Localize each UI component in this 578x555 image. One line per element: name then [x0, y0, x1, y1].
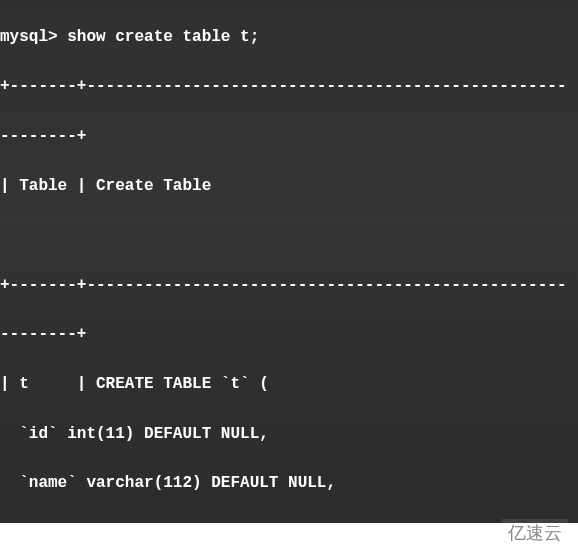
column-def-line: `id` int(11) DEFAULT NULL,	[0, 422, 578, 447]
separator-line: +-------+-------------------------------…	[0, 273, 578, 298]
terminal-output: mysql> show create table t; +-------+---…	[0, 0, 578, 555]
sql-command-line: mysql> show create table t;	[0, 25, 578, 50]
bottom-strip	[0, 523, 578, 555]
separator-line: --------+	[0, 124, 578, 149]
separator-line: +-------+-------------------------------…	[0, 74, 578, 99]
table-header-row: | Table | Create Table	[0, 174, 578, 199]
blank-line	[0, 223, 578, 248]
column-def-line: `name` varchar(112) DEFAULT NULL,	[0, 471, 578, 496]
create-table-line: | t | CREATE TABLE `t` (	[0, 372, 578, 397]
watermark-text: 亿速云	[502, 519, 568, 547]
separator-line: --------+	[0, 322, 578, 347]
